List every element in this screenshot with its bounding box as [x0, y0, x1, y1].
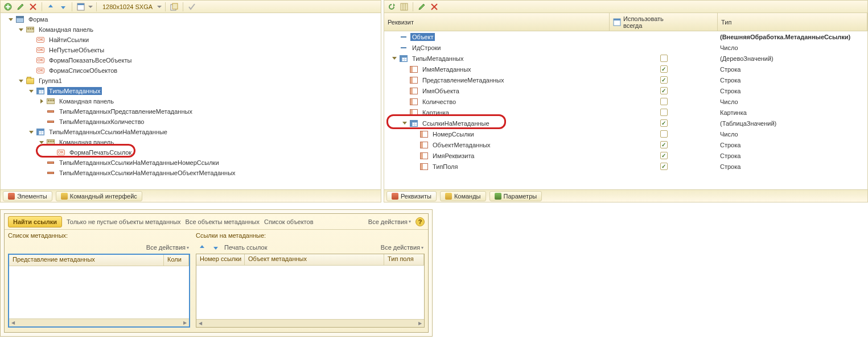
grid-row[interactable]: ИмяРеквизитаСтрока	[384, 150, 867, 161]
col-count[interactable]: Коли	[164, 255, 189, 266]
expander-icon[interactable]	[18, 77, 24, 84]
requisite-label: ТипПоля	[431, 163, 460, 171]
delete-icon[interactable]	[28, 2, 38, 12]
expander-icon[interactable]	[391, 55, 398, 62]
type-label: Картинка	[718, 109, 867, 116]
tab-command-interface[interactable]: Командный интерфейс	[56, 191, 142, 201]
col-representation[interactable]: Представление метаданных	[9, 255, 164, 266]
all-actions-dropdown[interactable]: Все действия	[146, 244, 189, 251]
expander-icon[interactable]	[38, 139, 45, 146]
use-always-checkbox[interactable]	[660, 76, 668, 84]
tree-item[interactable]: Форма	[1, 14, 381, 24]
col-link-number[interactable]: Номер ссылки	[196, 254, 245, 265]
columns-icon[interactable]	[399, 2, 409, 12]
use-always-checkbox[interactable]	[660, 55, 668, 62]
grid-row[interactable]: ТипПоляСтрока	[384, 161, 867, 172]
grid-row[interactable]: ПредставлениеМетаданныхСтрока	[384, 75, 867, 85]
edit-icon[interactable]	[417, 2, 427, 12]
links-table[interactable]: Номер ссылки Объект метаданных Тип поля …	[196, 254, 425, 328]
tab-commands[interactable]: Команды	[440, 191, 486, 201]
expander-icon[interactable]	[38, 98, 45, 105]
check-icon[interactable]	[187, 2, 197, 12]
all-actions-dropdown[interactable]: Все действия	[381, 244, 423, 251]
tree-item[interactable]: ТипыМетаданныхПредставлениеМетаданных	[1, 106, 381, 117]
expander-icon[interactable]	[401, 120, 408, 127]
use-always-checkbox[interactable]	[660, 163, 668, 170]
use-always-checkbox[interactable]	[660, 141, 668, 148]
tab-requisites[interactable]: Реквизиты	[386, 191, 437, 201]
tab-parameters[interactable]: Параметры	[489, 191, 542, 201]
hscrollbar[interactable]: ◀▶	[196, 319, 424, 327]
tab-elements[interactable]: Элементы	[3, 191, 52, 201]
requisites-grid[interactable]: Объект(ВнешняяОбработка.МетаданныеСсылки…	[384, 31, 867, 189]
tree-item[interactable]: ТипыМетаданныхСсылкиНаМетаданные	[1, 127, 381, 137]
hscrollbar[interactable]: ◀▶	[9, 318, 189, 326]
find-links-button[interactable]: Найти ссылки	[8, 216, 62, 227]
expander-icon[interactable]	[18, 26, 24, 33]
move-up-icon[interactable]	[46, 2, 56, 12]
use-always-checkbox[interactable]	[660, 87, 668, 94]
expander-icon[interactable]	[28, 129, 35, 135]
col-requisite[interactable]: Реквизит	[384, 13, 610, 31]
grid-row[interactable]: КоличествоЧисло	[384, 96, 867, 107]
resolution-selector[interactable]: 1280x1024 SXGA	[100, 3, 155, 10]
tree-item[interactable]: OKНеПустыеОбъекты	[1, 45, 381, 55]
dropdown-icon[interactable]	[157, 2, 162, 12]
edit-icon[interactable]	[15, 2, 26, 12]
use-always-checkbox[interactable]	[660, 98, 668, 105]
print-links-button[interactable]: Печать ссылок	[224, 244, 267, 251]
grid-row[interactable]: ОбъектМетаданныхСтрока	[384, 139, 867, 150]
move-down-icon[interactable]	[211, 242, 221, 253]
col-use-always[interactable]: Использовать всегда	[610, 13, 718, 31]
tree-item[interactable]: ТипыМетаданныхСсылкиНаМетаданныеНомерСсы…	[1, 158, 381, 168]
tree-item[interactable]: Командная панель	[1, 24, 381, 35]
tree-item[interactable]: Группа1	[1, 76, 381, 86]
all-objects-button[interactable]: Все объекты метаданных	[186, 218, 260, 225]
grid-row[interactable]: НомерСсылкиЧисло	[384, 129, 867, 139]
use-always-checkbox[interactable]	[660, 65, 668, 73]
move-up-icon[interactable]	[197, 242, 207, 253]
requisite-label: ТипыМетаданных	[410, 55, 465, 63]
grid-row[interactable]: КартинкаКартинка	[384, 107, 867, 118]
grid-row[interactable]: СсылкиНаМетаданные(ТаблицаЗначений)	[384, 118, 867, 129]
use-always-checkbox[interactable]	[660, 109, 668, 116]
expander-icon[interactable]	[28, 88, 35, 94]
help-icon[interactable]: ?	[416, 217, 425, 226]
use-always-checkbox[interactable]	[660, 130, 668, 138]
tree-item[interactable]: Командная панель	[1, 96, 381, 106]
copy-icon[interactable]	[169, 2, 179, 12]
use-always-checkbox[interactable]	[660, 119, 668, 127]
tree-item[interactable]: ТипыМетаданныхКоличество	[1, 117, 381, 127]
grid-row[interactable]: ИдСтрокиЧисло	[384, 42, 867, 53]
metadata-types-table[interactable]: Представление метаданных Коли ◀▶	[8, 254, 190, 328]
col-metadata-object[interactable]: Объект метаданных	[245, 254, 384, 265]
object-list-button[interactable]: Список объектов	[264, 218, 314, 225]
use-always-checkbox[interactable]	[660, 152, 668, 159]
ok-icon: OK	[36, 46, 45, 54]
col-type[interactable]: Тип	[718, 13, 867, 31]
grid-row[interactable]: Объект(ВнешняяОбработка.МетаданныеСсылки…	[384, 31, 867, 42]
elements-tree[interactable]: ФормаКомандная панельOKНайтиСсылкиOKНеПу…	[1, 13, 381, 189]
add-icon[interactable]	[3, 2, 13, 12]
move-down-icon[interactable]	[58, 2, 68, 12]
field-icon	[46, 118, 55, 126]
refresh-icon[interactable]	[386, 2, 397, 12]
properties-icon[interactable]	[76, 2, 86, 12]
delete-icon[interactable]	[429, 2, 439, 12]
tree-item[interactable]: OKФормаПоказатьВсеОбъекты	[1, 55, 381, 65]
nonempty-button[interactable]: Только не пустые объекты метаданных	[67, 218, 181, 225]
tree-item[interactable]: ТипыМетаданных	[1, 86, 381, 96]
expander-icon[interactable]	[7, 16, 14, 23]
tree-item[interactable]: OKФормаСписокОбъектов	[1, 65, 381, 76]
all-actions-dropdown[interactable]: Все действия	[368, 218, 411, 225]
tree-item[interactable]: ТипыМетаданныхСсылкиНаМетаданныеОбъектМе…	[1, 168, 381, 178]
grid-row[interactable]: ТипыМетаданных(ДеревоЗначений)	[384, 53, 867, 64]
tree-item[interactable]: OKФормаПечатьСсылок	[1, 147, 381, 158]
column-icon	[409, 98, 418, 106]
grid-row[interactable]: ИмяМетаданныхСтрока	[384, 64, 867, 75]
grid-row[interactable]: ИмяОбъектаСтрока	[384, 85, 867, 96]
tree-item[interactable]: Командная панель	[1, 137, 381, 147]
dropdown-icon[interactable]	[88, 2, 93, 12]
col-field-type[interactable]: Тип поля	[384, 254, 424, 265]
tree-item[interactable]: OKНайтиСсылки	[1, 35, 381, 45]
